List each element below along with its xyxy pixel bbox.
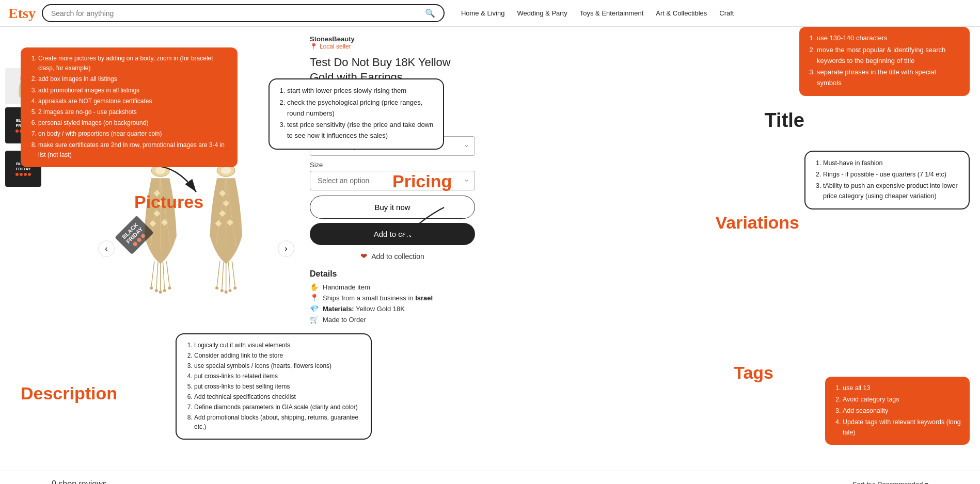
pricing-tips-bubble: start with lower prices slowly rising th… [268,78,444,150]
header: Etsy 🔍 Home & Living Wedding & Party Toy… [0,0,980,27]
details-section: Details ✋ Handmade item 📍 Ships from a s… [310,269,475,324]
detail-ships: 📍 Ships from a small business in Israel [310,294,475,302]
search-icon[interactable]: 🔍 [425,8,435,18]
search-bar: 🔍 [42,4,445,22]
size-label: Size [310,161,475,169]
svg-line-14 [163,262,165,289]
svg-point-18 [159,291,162,294]
svg-line-15 [166,261,169,286]
variations-label: Variations [715,213,799,233]
svg-point-19 [163,289,166,292]
prev-image-button[interactable]: ‹ [98,240,115,257]
location-pin-icon: 📍 [310,294,319,302]
description-tips-list: Logically cut it with visual elements Co… [185,341,362,431]
tags-label: Tags [734,363,773,383]
nav-art[interactable]: Art & Collectibles [656,9,707,17]
nav-toys[interactable]: Toys & Entertainment [580,9,644,17]
svg-line-35 [232,261,235,286]
handmade-icon: ✋ [310,283,319,291]
svg-point-2 [155,167,166,174]
images-tips-list: Create more pictures by adding on a body… [29,54,229,160]
title-tips-bubble: use 130-140 characters move the most pop… [799,27,970,96]
order-icon: 🛒 [310,315,319,324]
svg-line-31 [217,261,220,286]
svg-point-39 [229,289,232,292]
etsy-logo: Etsy [8,5,36,22]
add-to-collection-button[interactable]: ❤ Add to collection [310,251,475,261]
heart-icon: ❤ [360,251,367,261]
svg-point-16 [150,286,153,289]
sort-by[interactable]: Sort by: Recommended ▾ [852,480,928,485]
bottom-bar: 0 shop reviews Sort by: Recommended ▾ [0,471,980,484]
reviews-count: 0 shop reviews [52,479,107,484]
svg-line-34 [229,262,230,289]
svg-line-11 [151,261,154,286]
variations-tips-bubble: Must-have in fashion Rings - if possible… [804,151,970,209]
add-to-cart-button[interactable]: Add to cart [310,223,475,245]
svg-point-38 [225,291,228,294]
tags-tips-bubble: use all 13 Avoid category tags Add seaso… [825,377,970,445]
pictures-label: Pictures [134,192,203,212]
detail-made-to-order: 🛒 Made to Order [310,315,475,324]
seller-name: StonesBeauty [310,35,475,43]
pricing-label: Pricing [392,171,452,191]
tags-tips-list: use all 13 Avoid category tags Add seaso… [833,383,961,438]
pricing-tips-list: start with lower prices slowly rising th… [278,86,435,141]
materials-icon: 💎 [310,304,319,313]
nav-wedding-party[interactable]: Wedding & Party [517,9,567,17]
detail-handmade: ✋ Handmade item [310,283,475,291]
nav-links: Home & Living Wedding & Party Toys & Ent… [461,9,734,17]
nav-craft[interactable]: Craft [719,9,734,17]
description-label: Description [21,383,117,404]
svg-point-36 [215,286,218,289]
details-title: Details [310,269,475,279]
nav-home-living[interactable]: Home & Living [461,9,505,17]
detail-materials: 💎 Materials: Yellow Gold 18K [310,304,475,313]
location-icon: 📍 [310,43,318,50]
svg-point-40 [233,286,236,289]
svg-point-37 [220,289,224,292]
title-label: Title [765,109,804,132]
svg-line-12 [156,262,158,289]
search-input[interactable] [51,9,425,18]
seller-location[interactable]: 📍 Local seller [310,43,475,50]
images-tips-bubble: Create more pictures by adding on a body… [21,47,238,167]
svg-line-32 [222,262,224,289]
description-tips-bubble: Logically cut it with visual elements Co… [176,333,372,440]
sort-chevron-icon: ▾ [925,480,928,485]
svg-point-22 [221,167,231,174]
svg-point-17 [155,289,158,292]
title-tips-list: use 130-140 characters move the most pop… [808,33,961,89]
variations-tips-list: Must-have in fashion Rings - if possible… [814,158,960,201]
next-image-button[interactable]: › [278,240,294,257]
buy-now-button[interactable]: Buy it now [310,196,475,219]
main-content: BLACK FRIDAY BLACK FRIDAY ‹ [0,27,980,471]
svg-point-20 [168,286,171,289]
